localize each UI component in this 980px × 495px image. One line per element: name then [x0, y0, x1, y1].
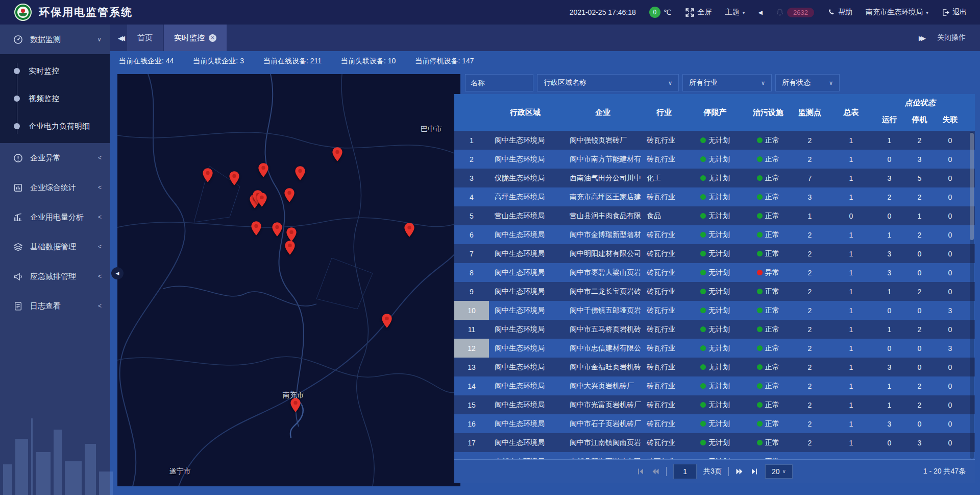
map-marker-icon[interactable]	[290, 397, 301, 413]
org-dropdown[interactable]: 南充市生态环境局▾	[866, 8, 928, 17]
row-offline-count: 0	[933, 269, 967, 277]
table-row[interactable]: 1 阆中生态环境局 阆中强锐页岩砖厂 砖瓦行业 无计划 正常 2 1 1 2 0	[454, 131, 975, 150]
row-company: 西南油气田分公司川中	[561, 174, 644, 183]
table-row[interactable]: 7 阆中生态环境局 阆中明阳建材有限公司 砖瓦行业 无计划 正常 2 1 3 0…	[454, 244, 975, 263]
page-size-select[interactable]: 20∨	[765, 464, 793, 479]
map-marker-icon[interactable]	[251, 221, 262, 236]
map-marker-icon[interactable]	[284, 240, 296, 255]
row-total-meters: 1	[829, 288, 873, 296]
tab-首页[interactable]: 首页	[127, 25, 163, 51]
help-button[interactable]: 帮助	[827, 8, 852, 17]
stat-label: 当前在线设备	[263, 57, 306, 65]
table-row[interactable]: 3 仪陇生态环境局 西南油气田分公司川中 化工 无计划 正常 7 1 3 5 0	[454, 169, 975, 187]
last-page-icon[interactable]	[750, 467, 758, 476]
region-select[interactable]: 行政区域名称∨	[537, 74, 679, 91]
sidebar-subitem-实时监控[interactable]: 实时监控	[0, 57, 110, 85]
name-search-input[interactable]	[465, 74, 533, 91]
tabs-scroll-right-icon[interactable]: ▶▶	[919, 34, 923, 42]
table-row[interactable]: 8 阆中生态环境局 阆中市枣碧大梁山页岩 砖瓦行业 无计划 异常 2 1 3 0…	[454, 263, 975, 282]
row-industry: 砖瓦行业	[644, 382, 684, 391]
map-panel-collapse-button[interactable]: ◀	[111, 267, 124, 279]
sidebar-item-企业用电量分析[interactable]: 企业用电量分析 <	[0, 202, 110, 232]
row-index: 7	[454, 244, 489, 263]
filter-bar: 行政区域名称∨ 所有行业∨ 所有状态∨	[454, 74, 975, 91]
status-dot-icon	[757, 270, 763, 275]
row-running-count: 0	[873, 155, 906, 163]
map-marker-icon[interactable]	[272, 222, 283, 237]
plan-text: 无计划	[708, 268, 730, 276]
pagination-range-label: 1 - 20 共47条	[923, 467, 966, 476]
table-row[interactable]: 12 阆中生态环境局 阆中市忠信建材有限公 砖瓦行业 无计划 正常 2 1 0 …	[454, 339, 975, 358]
status-select[interactable]: 所有状态∨	[775, 74, 840, 91]
table-row[interactable]: 10 阆中生态环境局 阆中千佛镇五郎垭页岩 砖瓦行业 无计划 正常 2 1 0 …	[454, 301, 975, 320]
map-marker-icon[interactable]	[229, 171, 240, 186]
table-row[interactable]: 2 阆中生态环境局 阆中市南方节能建材有 砖瓦行业 无计划 正常 2 1 0 3…	[454, 150, 975, 169]
sidebar-subitem-视频监控[interactable]: 视频监控	[0, 85, 110, 112]
sidebar-item-基础数据管理[interactable]: 基础数据管理 <	[0, 232, 110, 262]
row-district: 阆中生态环境局	[489, 419, 561, 429]
table-row[interactable]: 9 阆中生态环境局 阆中市二龙长宝页岩砖 砖瓦行业 无计划 正常 2 1 1 2…	[454, 282, 975, 301]
sidebar-subitem-label: 企业电力负荷明细	[29, 122, 90, 131]
row-offline-count: 0	[933, 193, 967, 201]
table-row[interactable]: 14 阆中生态环境局 阆中大兴页岩机砖厂 砖瓦行业 无计划 正常 2 1 1 2…	[454, 376, 975, 395]
facility-text: 正常	[765, 344, 779, 352]
facility-text: 正常	[765, 155, 779, 163]
row-total-meters: 1	[829, 420, 873, 428]
status-dot-icon	[700, 232, 706, 238]
tabs-scroll-left-icon[interactable]: ◀◀	[110, 34, 127, 42]
industry-select[interactable]: 所有行业∨	[682, 74, 772, 91]
map-marker-icon[interactable]	[332, 147, 343, 162]
fullscreen-button[interactable]: 全屏	[685, 8, 712, 17]
table-row[interactable]: 15 阆中生态环境局 阆中市光富页岩机砖厂 砖瓦行业 无计划 正常 2 1 1 …	[454, 395, 975, 414]
table-row[interactable]: 5 营山生态环境局 营山县润丰肉食品有限 食品 无计划 正常 1 0 0 1 0	[454, 206, 975, 225]
plan-text: 无计划	[708, 325, 730, 333]
next-page-icon[interactable]	[736, 467, 744, 476]
row-company: 阆中市南方节能建材有	[561, 155, 644, 164]
sidebar-item-icon	[13, 35, 23, 44]
map-marker-icon[interactable]	[258, 162, 269, 178]
tab-close-icon[interactable]: ✕	[209, 34, 216, 42]
sidebar-item-应急减排管理[interactable]: 应急减排管理 <	[0, 262, 110, 291]
row-stopped-count: 2	[906, 231, 933, 239]
gis-map[interactable]: 巴中市 南充市 遂宁市	[117, 74, 460, 486]
map-marker-icon[interactable]	[404, 222, 415, 238]
page-number-input[interactable]	[673, 464, 697, 479]
status-dot-icon	[757, 364, 763, 370]
map-marker-icon[interactable]	[256, 192, 267, 207]
stat-value: 44	[166, 57, 174, 65]
sidebar-subitem-企业电力负荷明细[interactable]: 企业电力负荷明细	[0, 112, 110, 140]
map-marker-icon[interactable]	[202, 168, 213, 183]
sidebar-item-label: 企业综合统计	[30, 183, 76, 193]
table-row[interactable]: 16 阆中生态环境局 阆中市石子页岩机砖厂 砖瓦行业 无计划 正常 2 1 3 …	[454, 414, 975, 433]
notification-badge[interactable]: 2632	[776, 8, 814, 17]
table-scrollbar-thumb[interactable]	[970, 133, 974, 240]
announcement-toggle[interactable]: ◀	[758, 9, 763, 16]
sidebar-item-icon	[13, 153, 23, 163]
facility-text: 正常	[765, 419, 779, 428]
previous-page-icon[interactable]	[651, 467, 659, 476]
sidebar-item-日志查看[interactable]: 日志查看 <	[0, 291, 110, 321]
row-company: 阆中市五马桥页岩机砖	[561, 325, 644, 334]
column-header: 运行	[873, 108, 906, 131]
sidebar-item-企业异常[interactable]: 企业异常 <	[0, 143, 110, 173]
logout-button[interactable]: 退出	[942, 8, 967, 17]
table-header: 行政区域 企业 行业 停限产 治污设施 监测点 总表 点位状态 运行 停机 失联	[454, 94, 975, 131]
theme-dropdown[interactable]: 主题▾	[725, 8, 745, 17]
table-row[interactable]: 4 高坪生态环境局 南充市高坪区王家店建 砖瓦行业 无计划 正常 3 1 2 2…	[454, 187, 975, 206]
table-row[interactable]: 6 阆中生态环境局 阆中市金博瑞新型墙材 砖瓦行业 无计划 正常 2 1 1 2…	[454, 225, 975, 244]
map-marker-icon[interactable]	[381, 313, 393, 328]
sidebar-item-label: 数据监测	[30, 35, 61, 44]
close-operations-button[interactable]: 关闭操作	[937, 33, 966, 42]
chevron-down-icon: ▾	[926, 10, 928, 15]
table-row[interactable]: 13 阆中生态环境局 阆中市金福旺页岩机砖 砖瓦行业 无计划 正常 2 1 3 …	[454, 358, 975, 376]
sidebar-item-数据监测[interactable]: 数据监测 ∨	[0, 25, 110, 54]
plan-text: 无计划	[708, 344, 730, 352]
tab-实时监控[interactable]: 实时监控 ✕	[164, 25, 227, 51]
map-marker-icon[interactable]	[284, 187, 295, 203]
table-row[interactable]: 11 阆中生态环境局 阆中市五马桥页岩机砖 砖瓦行业 无计划 正常 2 1 1 …	[454, 320, 975, 339]
map-marker-icon[interactable]	[295, 166, 306, 181]
first-page-icon[interactable]	[636, 467, 645, 476]
table-row[interactable]: 18 南部生态环境局 南部县新兴页岩砖有限 砖瓦行业 无计划 正常 2 1 0 …	[454, 452, 975, 460]
sidebar-item-企业综合统计[interactable]: 企业综合统计 <	[0, 173, 110, 202]
table-row[interactable]: 17 阆中生态环境局 阆中市江南镇阆南页岩 砖瓦行业 无计划 正常 2 1 0 …	[454, 433, 975, 452]
